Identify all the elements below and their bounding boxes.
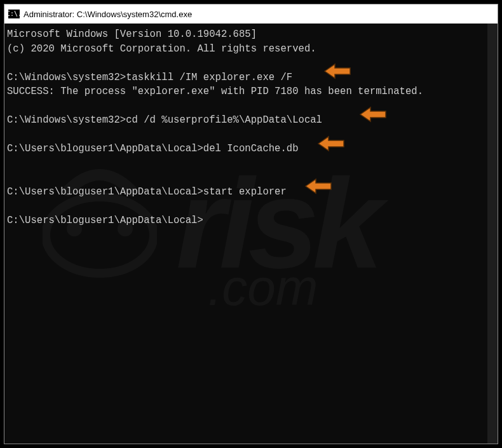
terminal-output: Microsoft Windows [Version 10.0.19042.68… [4,24,487,444]
prompt-3: C:\Users\bloguser1\AppData\Local> [7,143,203,154]
line-version: Microsoft Windows [Version 10.0.19042.68… [7,29,257,40]
cmd-icon-glyph: C:\. [6,11,22,17]
vertical-scrollbar[interactable] [487,24,498,444]
command-2: cd /d %userprofile%\AppData\Local [126,114,322,126]
command-4: start explorer [203,186,287,198]
prompt-2: C:\Windows\system32> [7,114,126,126]
command-3: del IconCache.db [203,143,299,154]
prompt-5: C:\Users\bloguser1\AppData\Local> [7,215,203,226]
screenshot-stage: C:\. Administrator: C:\Windows\system32\… [0,0,502,448]
prompt-1: C:\Windows\system32> [7,72,126,83]
titlebar[interactable]: C:\. Administrator: C:\Windows\system32\… [4,4,498,24]
window-title: Administrator: C:\Windows\system32\cmd.e… [24,10,192,19]
prompt-4: C:\Users\bloguser1\AppData\Local> [7,186,203,198]
command-1: taskkill /IM explorer.exe /F [126,72,292,83]
result-1: SUCCESS: The process "explorer.exe" with… [7,86,423,97]
line-copyright: (c) 2020 Microsoft Corporation. All righ… [7,43,316,55]
terminal-area[interactable]: risk .com Microsoft Windows [Version 10.… [4,24,498,444]
cmd-icon: C:\. [8,10,20,18]
cmd-window: C:\. Administrator: C:\Windows\system32\… [4,4,498,444]
